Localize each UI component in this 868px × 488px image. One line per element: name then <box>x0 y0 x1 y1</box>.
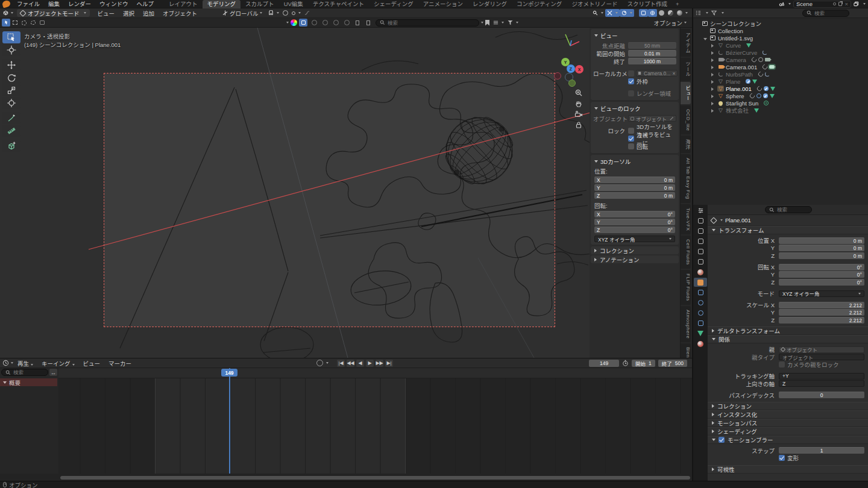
object-name[interactable]: NurbsPath <box>726 71 753 78</box>
jump-to-end-button[interactable]: ▶| <box>385 360 393 367</box>
rotation-field[interactable]: 0° <box>779 264 864 271</box>
cursor-rotation-field[interactable]: Y0° <box>594 219 675 225</box>
mesh-data-icon[interactable] <box>770 94 775 98</box>
outliner-item[interactable]: Untitled-1.svg <box>693 34 868 42</box>
properties-tab-view-layer[interactable] <box>694 247 707 256</box>
camera-view-icon[interactable] <box>573 109 584 120</box>
stopwatch-icon[interactable] <box>622 360 629 366</box>
workspace-tab[interactable]: UV編集 <box>279 0 308 8</box>
properties-tab-particles[interactable] <box>694 298 707 307</box>
disclosure-arrow[interactable] <box>711 100 715 107</box>
menu-item[interactable]: ファイル <box>13 0 44 8</box>
filter-toggle-button[interactable]: ↔ <box>49 369 57 376</box>
motion-blur-checkbox[interactable] <box>719 437 725 443</box>
select-mode-extra[interactable] <box>38 19 46 27</box>
tool-measure[interactable] <box>2 125 20 137</box>
rotation-order-dropdown[interactable]: XYZ オイラー角 <box>594 236 675 242</box>
current-frame-field[interactable]: 149 <box>589 360 619 367</box>
prev-frame-button[interactable]: ◀ <box>356 360 364 367</box>
next-keyframe-button[interactable]: ▶▶ <box>376 360 383 367</box>
workspace-tab[interactable]: レンダリング <box>468 0 512 8</box>
collapsed-section[interactable]: モーションパス <box>708 419 868 427</box>
frame-end-field[interactable]: 終了500 <box>658 360 687 367</box>
cursor-rotation-field[interactable]: Z0° <box>594 227 675 233</box>
visibility-section[interactable]: 可視性 <box>708 465 868 474</box>
outliner-item[interactable]: Camera <box>693 56 868 63</box>
deform-blur-checkbox[interactable] <box>779 455 785 461</box>
outliner-search-input[interactable] <box>802 10 849 17</box>
parent-type-dropdown[interactable]: オブジェクト <box>779 354 864 360</box>
proportional-falloff-dropdown[interactable] <box>290 9 303 17</box>
cursor-rotation-field[interactable]: X0° <box>594 211 675 217</box>
view-lock-header[interactable]: ビューのロック <box>591 103 679 114</box>
object-name[interactable]: Starlight Sun <box>726 100 758 107</box>
outliner-item[interactable]: NurbsPath <box>693 70 868 78</box>
clip-start-field[interactable]: 0.01 m <box>628 50 676 57</box>
n-panel-tab[interactable]: OCD_lite <box>681 105 691 134</box>
xray-toggle[interactable] <box>605 9 620 17</box>
tool-transform[interactable] <box>2 97 20 109</box>
menu-item[interactable]: レンダー <box>64 0 95 8</box>
gizmo-x-axis[interactable]: X <box>575 65 583 74</box>
properties-tab-constraints[interactable] <box>694 319 707 328</box>
outliner-item[interactable]: Camera.001 <box>693 63 868 70</box>
viewport-menu-item[interactable]: 選択 <box>119 9 139 17</box>
bookmark-icon[interactable] <box>485 20 489 26</box>
jump-to-start-button[interactable]: |◀ <box>337 360 345 367</box>
disclosure-arrow[interactable] <box>711 86 715 92</box>
frame-start-field[interactable]: 開始1 <box>632 360 655 367</box>
select-mode-circle[interactable] <box>20 19 28 27</box>
workspace-tab[interactable]: コンポジティング <box>512 0 567 8</box>
properties-tab-output[interactable] <box>694 237 707 246</box>
object-name[interactable]: 株式会社 <box>726 106 749 114</box>
viewport-3d[interactable]: カメラ・透視投影 (149) シーンコレクション | Plane.001 Y Z… <box>0 28 590 358</box>
mesh-data-icon[interactable] <box>746 43 751 48</box>
workspace-tab[interactable]: シェーディング <box>369 0 418 8</box>
clip-end-field[interactable]: 1000 m <box>628 58 676 64</box>
tool-cursor[interactable] <box>2 44 20 56</box>
close-icon[interactable]: × <box>844 1 848 7</box>
scale-field[interactable]: 2.212 <box>779 317 864 324</box>
shading-material-button[interactable] <box>666 9 675 17</box>
n-panel-tab[interactable]: Alt Tab Easy Fog <box>681 154 691 202</box>
snap-falloff-icon[interactable] <box>303 9 312 17</box>
n-panel-tab[interactable]: FLIP Fluids <box>681 270 691 305</box>
delta-transform-section[interactable]: デルタトランスフォーム <box>708 327 868 335</box>
tool-move[interactable] <box>2 59 20 71</box>
orientation-dropdown[interactable]: グローバル <box>218 9 266 17</box>
cursor-panel-header[interactable]: 3Dカーソル <box>591 156 679 167</box>
n-panel-tab[interactable]: ビュー <box>681 82 691 105</box>
focal-length-field[interactable]: 50 mm <box>628 42 676 49</box>
object-name[interactable]: Plane.001 <box>726 86 752 92</box>
pin-icon[interactable] <box>833 2 836 5</box>
scale-field[interactable]: 2.212 <box>779 309 864 316</box>
tool-options-caret[interactable] <box>286 22 289 23</box>
object-visibility-dropdown[interactable] <box>591 9 605 17</box>
gizmo-z-axis[interactable]: Z <box>567 64 575 73</box>
scale-field[interactable]: 2.212 <box>779 302 864 308</box>
pass-index-field[interactable]: 0 <box>779 392 864 398</box>
playhead[interactable] <box>229 368 230 474</box>
outliner-item[interactable]: Starlight Sun <box>693 99 868 107</box>
track-axis-dropdown[interactable]: +Y <box>779 373 864 380</box>
select-mode-tweak[interactable] <box>2 19 10 27</box>
motion-blur-section-header[interactable]: モーションブラー <box>708 436 868 444</box>
gizmo-neg-x-axis[interactable] <box>554 72 561 80</box>
anim-data-icon[interactable] <box>756 85 763 92</box>
gizmo-toggle[interactable] <box>639 9 648 17</box>
editor-type-icon[interactable] <box>2 10 9 16</box>
mesh-data-icon[interactable] <box>754 108 759 113</box>
add-workspace-button[interactable]: + <box>672 1 683 7</box>
anim-data-icon[interactable] <box>762 63 769 70</box>
sun-data-icon[interactable] <box>764 101 769 105</box>
disclosure-arrow[interactable] <box>711 93 715 99</box>
anim-data-icon[interactable] <box>757 70 764 77</box>
tool-annotate[interactable] <box>2 112 20 124</box>
tool-rotate[interactable] <box>2 72 20 84</box>
tool-mode-d[interactable] <box>332 19 340 27</box>
workspace-tab[interactable]: スクリプト作成 <box>622 0 672 8</box>
pan-hand-icon[interactable] <box>573 98 584 109</box>
menu-item[interactable]: 編集 <box>44 0 64 8</box>
outliner-item[interactable]: シーンコレクション <box>693 20 868 27</box>
properties-tab-tool[interactable] <box>694 216 707 225</box>
